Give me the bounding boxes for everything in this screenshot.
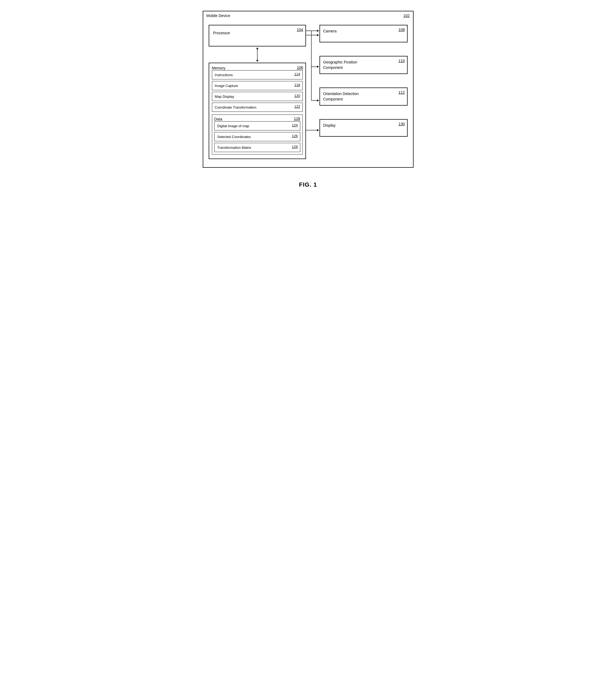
map-display-ref: 120 bbox=[294, 94, 300, 98]
diagram-container: Mobile Device 102 Processor 104 bbox=[203, 11, 414, 168]
memory-box: Memory 106 Instructions 114 Image Captur… bbox=[209, 63, 306, 159]
image-capture-box: Image Capture 118 bbox=[212, 81, 303, 90]
orientation-box: Orientation Detection Component 112 bbox=[319, 88, 408, 106]
instructions-box: Instructions 114 bbox=[212, 70, 303, 79]
inner-layout: Processor 104 Memory bbox=[209, 25, 408, 159]
double-arrow-svg bbox=[253, 47, 261, 63]
display-ref: 130 bbox=[398, 122, 405, 126]
data-subbox: Data 116 Digital image of map 124 Select… bbox=[212, 115, 303, 155]
selected-coords-ref: 126 bbox=[292, 134, 298, 138]
selected-coords-box: Selected Coordinates 126 bbox=[214, 132, 300, 141]
left-col: Processor 104 Memory bbox=[209, 25, 306, 159]
svg-marker-1 bbox=[256, 47, 258, 49]
memory-ref: 106 bbox=[297, 65, 303, 70]
digital-image-label: Digital image of map bbox=[217, 124, 250, 128]
mobile-device-box: Mobile Device 102 Processor 104 bbox=[203, 11, 414, 168]
transform-matrix-label: Transformation Matrix bbox=[217, 146, 251, 150]
mobile-device-ref: 102 bbox=[403, 13, 410, 18]
display-box: Display 130 bbox=[319, 119, 408, 137]
instructions-label: Instructions bbox=[215, 73, 233, 77]
geo-position-box: Geographic Position Component 110 bbox=[319, 56, 408, 74]
display-label: Display bbox=[323, 123, 336, 128]
camera-ref: 108 bbox=[398, 27, 405, 32]
camera-box: Camera 108 bbox=[319, 25, 408, 42]
geo-position-label: Geographic Position Component bbox=[323, 60, 369, 70]
selected-coords-label: Selected Coordinates bbox=[217, 135, 251, 139]
digital-image-ref: 124 bbox=[292, 123, 298, 127]
geo-position-ref: 110 bbox=[398, 59, 405, 63]
vertical-arrow bbox=[209, 47, 306, 63]
svg-marker-2 bbox=[256, 60, 258, 62]
processor-label: Processor bbox=[213, 31, 230, 35]
map-display-label: Map Display bbox=[215, 95, 234, 99]
data-ref: 116 bbox=[294, 116, 300, 121]
map-display-box: Map Display 120 bbox=[212, 92, 303, 101]
figure-caption: FIG. 1 bbox=[299, 181, 317, 188]
image-capture-ref: 118 bbox=[294, 83, 300, 87]
instructions-ref: 114 bbox=[294, 72, 300, 76]
orientation-ref: 112 bbox=[398, 90, 405, 95]
image-capture-label: Image Capture bbox=[215, 84, 238, 88]
memory-label: Memory bbox=[212, 66, 226, 70]
processor-box: Processor 104 bbox=[209, 25, 306, 47]
orientation-label: Orientation Detection Component bbox=[323, 91, 369, 102]
coord-transform-ref: 122 bbox=[294, 105, 300, 109]
right-col: Camera 108 Geographic Position Component… bbox=[306, 25, 408, 159]
transform-matrix-box: Transformation Matrix 128 bbox=[214, 143, 300, 152]
data-label: Data bbox=[214, 117, 222, 121]
processor-ref: 104 bbox=[297, 27, 303, 32]
coord-transform-box: Coordinate Transformation 122 bbox=[212, 103, 303, 112]
digital-image-box: Digital image of map 124 bbox=[214, 121, 300, 130]
mobile-device-label: Mobile Device bbox=[206, 13, 230, 18]
transform-matrix-ref: 128 bbox=[292, 145, 298, 149]
coord-transform-label: Coordinate Transformation bbox=[215, 105, 257, 109]
camera-label: Camera bbox=[323, 29, 337, 34]
